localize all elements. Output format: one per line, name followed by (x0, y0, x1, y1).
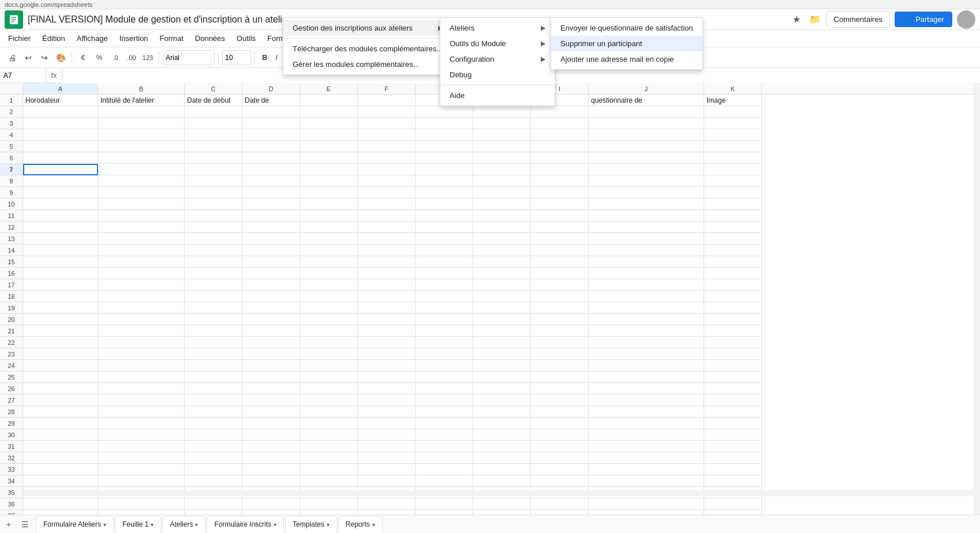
cell-a13[interactable] (23, 233, 98, 245)
bold-button[interactable]: B (259, 50, 271, 65)
cell-d12[interactable] (242, 222, 300, 233)
row-num-37[interactable]: 37 (0, 510, 23, 515)
cell-i17[interactable] (531, 279, 589, 291)
row-num-28[interactable]: 28 (0, 406, 23, 418)
cell-i15[interactable] (531, 256, 589, 268)
cell-g31[interactable] (416, 441, 473, 452)
row-num-35[interactable]: 35 (0, 487, 23, 498)
row-num-26[interactable]: 26 (0, 383, 23, 395)
cell-d21[interactable] (242, 325, 300, 337)
cell-d8[interactable] (242, 175, 300, 187)
cell-h22[interactable] (473, 337, 531, 348)
cell-h17[interactable] (473, 279, 531, 291)
cell-i31[interactable] (531, 441, 589, 452)
cell-k37[interactable] (704, 510, 762, 515)
cell-c34[interactable] (185, 475, 242, 487)
cell-d15[interactable] (242, 256, 300, 268)
cell-b15[interactable] (98, 256, 185, 268)
cell-d28[interactable] (242, 406, 300, 418)
cell-k29[interactable] (704, 418, 762, 429)
col-header-j[interactable]: J (589, 83, 704, 94)
row-num-17[interactable]: 17 (0, 279, 23, 291)
cell-f33[interactable] (358, 464, 416, 475)
cell-g14[interactable] (416, 245, 473, 256)
cell-b24[interactable] (98, 360, 185, 371)
cell-i10[interactable] (531, 198, 589, 210)
cell-j29[interactable] (589, 418, 704, 429)
cell-a17[interactable] (23, 279, 98, 291)
cell-k27[interactable] (704, 395, 762, 406)
cell-j24[interactable] (589, 360, 704, 371)
submenu-configuration[interactable]: Configuration ▶ (440, 51, 555, 67)
cell-d7[interactable] (242, 164, 300, 175)
cell-g21[interactable] (416, 325, 473, 337)
cell-g20[interactable] (416, 314, 473, 325)
cell-j18[interactable] (589, 291, 704, 302)
cell-a24[interactable] (23, 360, 98, 371)
cell-h32[interactable] (473, 452, 531, 464)
cell-k25[interactable] (704, 371, 762, 383)
cell-h34[interactable] (473, 475, 531, 487)
cell-f24[interactable] (358, 360, 416, 371)
cell-d23[interactable] (242, 348, 300, 360)
cell-b14[interactable] (98, 245, 185, 256)
cell-f22[interactable] (358, 337, 416, 348)
comments-button[interactable]: Commentaires (826, 11, 891, 28)
cell-k4[interactable] (704, 129, 762, 141)
cell-c6[interactable] (185, 152, 242, 164)
cell-e21[interactable] (300, 325, 358, 337)
cell-a10[interactable] (23, 198, 98, 210)
cell-j12[interactable] (589, 222, 704, 233)
submenu-supprimer-participant[interactable]: Supprimer un participant (551, 36, 702, 51)
cell-f30[interactable] (358, 429, 416, 441)
cell-k30[interactable] (704, 429, 762, 441)
cell-k11[interactable] (704, 210, 762, 222)
cell-b12[interactable] (98, 222, 185, 233)
cell-e1[interactable] (300, 95, 358, 106)
cell-e19[interactable] (300, 302, 358, 314)
cell-j34[interactable] (589, 475, 704, 487)
cell-i25[interactable] (531, 371, 589, 383)
cell-d24[interactable] (242, 360, 300, 371)
cell-a7[interactable] (23, 164, 98, 175)
cell-f8[interactable] (358, 175, 416, 187)
cell-k24[interactable] (704, 360, 762, 371)
share-button[interactable]: 👤 Partager (895, 12, 952, 27)
star-icon[interactable]: ★ (790, 13, 803, 27)
cell-c33[interactable] (185, 464, 242, 475)
row-num-19[interactable]: 19 (0, 302, 23, 314)
cell-g16[interactable] (416, 268, 473, 279)
cell-i5[interactable] (531, 141, 589, 152)
cell-h36[interactable] (473, 498, 531, 510)
cell-i4[interactable] (531, 129, 589, 141)
cell-c31[interactable] (185, 441, 242, 452)
cell-h8[interactable] (473, 175, 531, 187)
row-num-2[interactable]: 2 (0, 106, 23, 118)
cell-f12[interactable] (358, 222, 416, 233)
cell-h4[interactable] (473, 129, 531, 141)
menu-fichier[interactable]: Fichier (2, 32, 36, 45)
row-num-24[interactable]: 24 (0, 360, 23, 371)
cell-j21[interactable] (589, 325, 704, 337)
cell-f18[interactable] (358, 291, 416, 302)
cell-h25[interactable] (473, 371, 531, 383)
cell-f13[interactable] (358, 233, 416, 245)
cell-g17[interactable] (416, 279, 473, 291)
cell-d30[interactable] (242, 429, 300, 441)
cell-h33[interactable] (473, 464, 531, 475)
cell-b20[interactable] (98, 314, 185, 325)
cell-i13[interactable] (531, 233, 589, 245)
cell-h12[interactable] (473, 222, 531, 233)
cell-f36[interactable] (358, 498, 416, 510)
cell-f6[interactable] (358, 152, 416, 164)
row-num-25[interactable]: 25 (0, 371, 23, 383)
cell-i30[interactable] (531, 429, 589, 441)
cell-f9[interactable] (358, 187, 416, 198)
cell-g2[interactable] (416, 106, 473, 118)
cell-f1[interactable] (358, 95, 416, 106)
cell-i21[interactable] (531, 325, 589, 337)
row-num-5[interactable]: 5 (0, 141, 23, 152)
cell-h13[interactable] (473, 233, 531, 245)
cell-b4[interactable] (98, 129, 185, 141)
row-num-16[interactable]: 16 (0, 268, 23, 279)
